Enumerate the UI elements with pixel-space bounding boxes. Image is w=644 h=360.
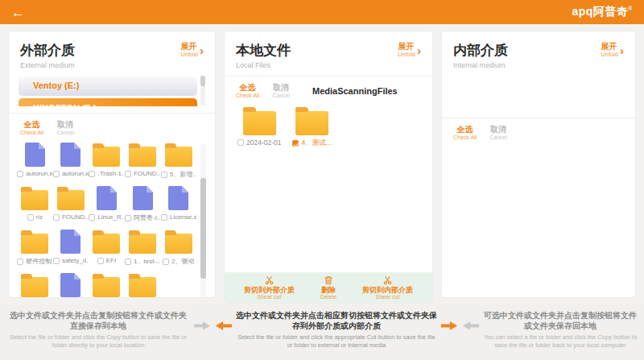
checkbox[interactable] — [163, 259, 169, 265]
drive-scrollbar[interactable] — [200, 76, 205, 106]
file-item[interactable]: 硬件控制... — [17, 230, 53, 266]
current-folder-label: MediaScanningFiles — [312, 86, 398, 96]
arrow-right-gray-icon — [193, 321, 211, 331]
checkbox[interactable] — [125, 215, 131, 221]
folder-icon — [21, 190, 48, 210]
file-grid-scrollbar[interactable] — [200, 144, 206, 298]
file-item[interactable]: autorun.inf — [17, 143, 53, 179]
folder-icon — [295, 111, 328, 135]
internal-medium-panel: 内部介质 Internal medium 展开 Unfold › 全选 Chec… — [441, 31, 636, 298]
file-label: 硬件控制... — [26, 257, 52, 266]
registered-mark: ® — [628, 6, 633, 11]
scissors-icon — [264, 275, 275, 285]
cancel-button[interactable]: 取消 Cancel — [272, 83, 290, 99]
checkbox[interactable] — [17, 171, 23, 177]
file-item[interactable]: 4、测试... — [125, 273, 161, 298]
checkbox[interactable] — [161, 214, 167, 221]
file-item[interactable]: 3、程序... — [89, 273, 125, 298]
checkbox[interactable] — [89, 214, 95, 221]
folder-icon — [93, 234, 120, 254]
file-icon — [25, 143, 45, 167]
drive-item[interactable]: Ventoy (E:) — [19, 76, 197, 96]
file-item[interactable]: .Trash-1... — [89, 143, 125, 179]
delete-button[interactable]: 删除 Delete — [320, 275, 336, 300]
file-label: 4、测试... — [301, 139, 331, 148]
chevron-right-icon: › — [200, 45, 204, 56]
trash-icon — [324, 275, 333, 285]
checkbox[interactable] — [17, 259, 23, 265]
checkbox[interactable] — [125, 171, 131, 177]
checkbox-checked[interactable] — [292, 140, 299, 147]
cut-to-external-button[interactable]: 剪切到外部介质 Shear cut — [244, 275, 295, 300]
arrow-left-orange-icon — [215, 321, 233, 331]
file-icon — [60, 143, 80, 167]
folder-icon — [165, 234, 192, 254]
checkbox[interactable] — [161, 172, 167, 178]
file-label: License.zip — [170, 213, 196, 221]
file-item[interactable]: autorun.ico — [53, 143, 89, 179]
file-item[interactable]: FOUND... — [53, 186, 89, 222]
divider — [442, 118, 635, 118]
arrow-group-left — [190, 310, 236, 331]
file-item[interactable]: $Recycle... — [17, 273, 53, 298]
divider — [9, 113, 215, 114]
folder-icon — [57, 190, 85, 210]
file-item[interactable]: BOOTE... — [53, 273, 89, 298]
check-all-button[interactable]: 全选 Check All — [453, 125, 477, 141]
file-item[interactable]: safety_d... — [53, 230, 89, 266]
check-all-button[interactable]: 全选 Check All — [20, 120, 43, 136]
file-label: 1、test-... — [134, 257, 160, 266]
file-item[interactable]: 1、test-... — [125, 230, 161, 266]
cancel-button[interactable]: 取消 Cancel — [56, 120, 74, 136]
file-item[interactable]: EFI — [89, 230, 125, 266]
file-item[interactable]: License.zip — [160, 186, 196, 222]
top-bar: ← apq阿普奇® — [0, 0, 644, 24]
checkbox[interactable] — [53, 171, 60, 177]
checkbox[interactable] — [27, 214, 34, 221]
back-icon[interactable]: ← — [11, 6, 25, 19]
file-item[interactable]: 2、驱动 — [160, 230, 196, 266]
checkbox[interactable] — [237, 139, 244, 146]
panel-title: 外部介质 — [20, 41, 75, 60]
unfold-button[interactable]: 展开 Unfold › — [398, 43, 421, 58]
file-label: safety_d... — [62, 257, 89, 264]
file-item[interactable]: Linux_R... — [89, 186, 125, 222]
file-item[interactable]: 阿普奇-I... — [125, 186, 161, 222]
folder-icon — [21, 277, 48, 297]
checkbox[interactable] — [53, 258, 60, 264]
chevron-right-icon: › — [417, 45, 421, 56]
panel-title: 内部介质 — [453, 41, 508, 60]
unfold-button[interactable]: 展开 Unfold › — [180, 43, 204, 58]
file-label: 2024-02-01 — [246, 139, 281, 147]
drive-list: Ventoy (E:) KINGSTON (F:) — [19, 76, 205, 106]
chevron-right-icon: › — [620, 45, 624, 56]
panel-title: 本地文件 — [236, 41, 291, 60]
file-label: 阿普奇-I... — [134, 213, 160, 222]
file-item[interactable]: FOUND... — [125, 143, 161, 179]
cancel-button[interactable]: 取消 Cancel — [489, 125, 507, 141]
file-item[interactable]: 2024-02-01 — [237, 107, 281, 148]
arrow-left-gray-icon — [462, 321, 480, 331]
file-item[interactable]: 5、新增... — [160, 143, 196, 179]
file-label: .Trash-1... — [97, 170, 124, 177]
panel-subtitle: Local Files — [236, 61, 291, 69]
folder-icon — [129, 147, 156, 167]
checkbox[interactable] — [97, 258, 104, 264]
checkbox[interactable] — [89, 171, 95, 177]
checkbox[interactable] — [125, 259, 131, 265]
arrow-group-right — [437, 310, 483, 331]
file-item[interactable]: riz — [17, 186, 53, 222]
footer-instructions: 选中文件或文件夹并点击复制按钮将文件或文件夹直接保存到本地 Select the… — [0, 304, 644, 360]
folder-icon — [21, 234, 48, 254]
scissors-icon — [382, 275, 393, 285]
file-item[interactable]: 4、测试... — [292, 107, 331, 148]
file-label: FOUND... — [134, 170, 160, 177]
checkbox[interactable] — [53, 214, 60, 221]
drive-item[interactable]: KINGSTON (F:) — [19, 98, 197, 106]
panel-subtitle: Internal medium — [453, 61, 508, 69]
cut-to-internal-button[interactable]: 剪切到内部介质 Shear cut — [362, 275, 413, 300]
unfold-button[interactable]: 展开 Unfold › — [601, 43, 624, 58]
file-icon — [60, 230, 80, 254]
file-label: 5、新增... — [170, 170, 196, 179]
check-all-button[interactable]: 全选 Check All — [236, 83, 259, 99]
